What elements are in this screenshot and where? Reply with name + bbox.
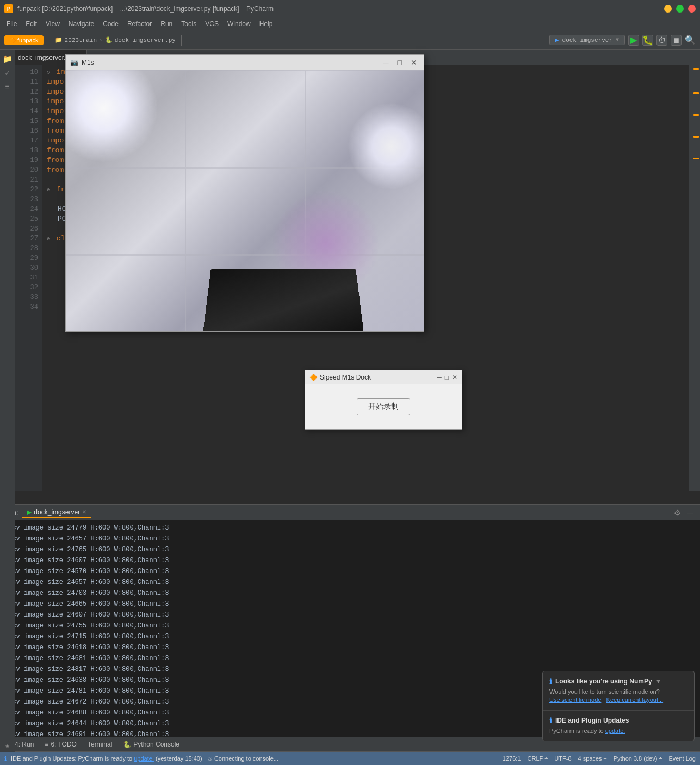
console-line: Recv image size 24681 H:600 W:800,Channl… (4, 653, 696, 664)
file-name: dock_imgserver.py (115, 37, 176, 43)
toolbar-separator-2 (181, 35, 182, 46)
menu-window[interactable]: Window (223, 19, 255, 29)
menu-run[interactable]: Run (156, 19, 177, 29)
run-settings-button[interactable]: ⚙ (672, 507, 683, 518)
sidebar-commit-icon[interactable]: ✓ (1, 66, 14, 79)
console-line: Recv image size 24765 H:600 W:800,Channl… (4, 544, 696, 555)
m1s-minimize-button[interactable]: ─ (381, 58, 391, 67)
menu-navigate[interactable]: Navigate (64, 19, 98, 29)
m1s-close-button[interactable]: ✕ (408, 58, 419, 67)
status-info-icon: ℹ (4, 755, 7, 762)
use-scientific-mode-link[interactable]: Use scientific mode (549, 696, 601, 703)
sipeed-maximize-button[interactable]: □ (445, 374, 449, 381)
tab-todo[interactable]: ≡ 6: TODO (39, 739, 82, 749)
run-tab-label: dock_imgserver (34, 508, 80, 516)
profile-button[interactable]: ⏱ (656, 35, 667, 46)
menu-file[interactable]: File (2, 19, 21, 29)
tab-python-console[interactable]: 🐍 Python Console (117, 739, 185, 749)
sipeed-controls[interactable]: ─ □ ✕ (437, 374, 457, 381)
menu-help[interactable]: Help (255, 19, 277, 29)
m1s-titlebar: 📷 M1s ─ □ ✕ (66, 55, 424, 70)
run-config-selector[interactable]: ▶ dock_imgserver ▼ (549, 35, 625, 45)
m1s-image-area (66, 70, 424, 331)
minimize-button[interactable] (664, 5, 672, 13)
notification-numpy: ℹ Looks like you're using NumPy ▼ Would … (543, 671, 694, 711)
sidebar-project-icon[interactable]: 📁 (1, 52, 14, 65)
sidebar-favorites-icon[interactable]: ★ (1, 739, 14, 752)
menu-edit[interactable]: Edit (21, 19, 41, 29)
window-title: funpack [D:\2021python\funpack] – ...\20… (17, 5, 664, 13)
breadcrumb: 📁 2023train › 🐍 dock_imgserver.py (55, 36, 176, 43)
todo-icon: ≡ (45, 741, 48, 748)
status-cursor-position[interactable]: 1276:1 (503, 755, 521, 762)
sidebar-structure-icon[interactable]: ≡ (1, 80, 14, 94)
menu-view[interactable]: View (41, 19, 64, 29)
run-button[interactable]: ▶ (628, 35, 639, 46)
app-icon: P (4, 4, 13, 13)
notification-updates-title: IDE and Plugin Updates (555, 717, 629, 724)
start-recording-button[interactable]: 开始录制 (357, 398, 410, 415)
run-tab-dock-imgserver[interactable]: ▶ dock_imgserver ✕ (22, 507, 91, 518)
run-minimize-button[interactable]: ─ (685, 507, 696, 518)
sipeed-body: 开始录制 (305, 384, 462, 429)
menu-code[interactable]: Code (98, 19, 123, 29)
run-config-name: dock_imgserver (562, 37, 612, 43)
status-message: IDE and Plugin Updates: PyCharm is ready… (11, 755, 278, 762)
camera-view (66, 70, 424, 331)
console-line: Recv image size 24703 H:600 W:800,Channl… (4, 588, 696, 599)
status-line-separator[interactable]: CRLF ÷ (528, 755, 548, 762)
notification-numpy-title: Looks like you're using NumPy (555, 677, 652, 685)
menu-bar: File Edit View Navigate Code Refactor Ru… (0, 17, 700, 30)
status-encoding[interactable]: UTF-8 (554, 755, 571, 762)
notification-update-icon: ℹ (549, 716, 552, 725)
notification-numpy-body: Would you like to turn scientific mode o… (549, 688, 687, 705)
folder-name: 2023train (65, 37, 97, 43)
sipeed-title: Sipeed M1s Dock (320, 374, 437, 381)
console-line: Recv image size 24715 H:600 W:800,Channl… (4, 631, 696, 642)
run-toolbar-icons: ⚙ ─ (672, 507, 696, 518)
project-button[interactable]: 🔶 funpack (4, 35, 44, 45)
status-right: 1276:1 CRLF ÷ UTF-8 4 spaces ÷ Python 3.… (503, 755, 696, 762)
search-button[interactable]: 🔍 (685, 35, 696, 46)
m1s-window-controls[interactable]: ─ □ ✕ (381, 58, 419, 67)
window-controls[interactable] (664, 5, 696, 13)
notification-updates-body: PyCharm is ready to update. (549, 727, 687, 735)
sipeed-close-button[interactable]: ✕ (452, 374, 457, 381)
menu-vcs[interactable]: VCS (201, 19, 223, 29)
m1s-maximize-button[interactable]: □ (395, 58, 404, 67)
run-tab-close-icon[interactable]: ✕ (82, 509, 86, 515)
m1s-window: 📷 M1s ─ □ ✕ (65, 54, 424, 332)
console-line: Recv image size 24607 H:600 W:800,Channl… (4, 609, 696, 620)
notification-numpy-expand[interactable]: ▼ (655, 677, 662, 685)
keep-layout-link[interactable]: Keep current layout... (606, 696, 664, 703)
console-line: Recv image size 24618 H:600 W:800,Channl… (4, 642, 696, 653)
menu-tools[interactable]: Tools (177, 19, 201, 29)
console-line: Recv image size 24657 H:600 W:800,Channl… (4, 577, 696, 588)
sipeed-dialog: 🔶 Sipeed M1s Dock ─ □ ✕ 开始录制 (305, 370, 462, 430)
console-line: Recv image size 24755 H:600 W:800,Channl… (4, 620, 696, 631)
status-left: ℹ IDE and Plugin Updates: PyCharm is rea… (4, 755, 278, 762)
sipeed-minimize-button[interactable]: ─ (437, 374, 442, 381)
maximize-button[interactable] (676, 5, 684, 13)
status-update-link[interactable]: update. (134, 755, 154, 762)
stop-button[interactable]: ⏹ (671, 35, 682, 46)
left-sidebar: 📁 ✓ ≡ ★ (0, 50, 15, 752)
debug-button[interactable]: 🐛 (642, 35, 653, 46)
console-line: Recv image size 24607 H:600 W:800,Channl… (4, 555, 696, 566)
sipeed-icon: 🔶 (309, 374, 318, 381)
sipeed-titlebar: 🔶 Sipeed M1s Dock ─ □ ✕ (305, 370, 462, 384)
status-event-log[interactable]: Event Log (668, 755, 696, 762)
tab-label: dock_imgserver.py (18, 54, 72, 61)
status-bar: ℹ IDE and Plugin Updates: PyCharm is rea… (0, 752, 700, 765)
m1s-window-title: M1s (82, 59, 381, 66)
console-line: Recv image size 24657 H:600 W:800,Channl… (4, 533, 696, 544)
menu-refactor[interactable]: Refactor (123, 19, 156, 29)
status-python-version[interactable]: Python 3.8 (dev) ÷ (614, 755, 662, 762)
update-link[interactable]: update. (605, 727, 625, 734)
console-line: Recv image size 24665 H:600 W:800,Channl… (4, 599, 696, 609)
status-indent[interactable]: 4 spaces ÷ (578, 755, 607, 762)
toolbar-separator-1 (49, 35, 49, 46)
tab-terminal[interactable]: Terminal (82, 739, 117, 749)
notification-info-icon: ℹ (549, 677, 552, 686)
close-button[interactable] (688, 5, 696, 13)
